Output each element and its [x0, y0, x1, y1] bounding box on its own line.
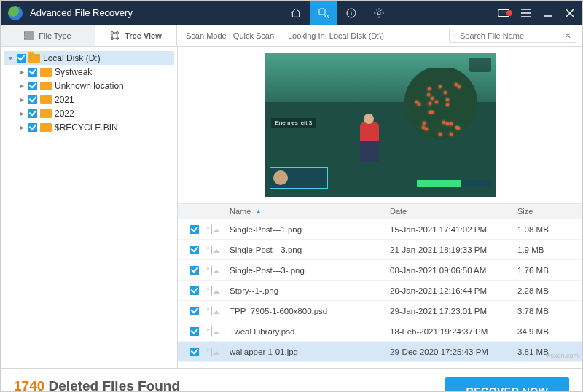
upgrade-button[interactable] — [495, 8, 514, 18]
cell-date: 21-Jan-2021 18:19:33 PM — [390, 246, 517, 254]
tree-item[interactable]: ▸Unknown location — [4, 79, 174, 93]
recover-button[interactable]: RECOVER NOW — [445, 377, 569, 392]
folder-icon — [40, 68, 52, 77]
main: ▾Local Disk (D:)▸Systweak▸Unknown locati… — [1, 47, 582, 368]
expand-icon[interactable]: ▸ — [18, 123, 26, 131]
footer-stats: 1740 Deleted Files Found Selected Files … — [14, 378, 233, 392]
tree-item[interactable]: ▾Local Disk (D:) — [4, 51, 174, 65]
row-checkbox[interactable] — [190, 307, 199, 315]
titlebar-center-icons — [282, 1, 393, 25]
menu-button[interactable] — [517, 9, 536, 17]
svg-point-12 — [454, 34, 455, 36]
table-row[interactable]: TPP_7905-1-600x800.psd29-Jan-2021 17:23:… — [178, 301, 582, 321]
cell-date: 18-Feb-2021 19:24:37 PM — [390, 327, 517, 336]
cell-size: 2.28 MB — [517, 286, 582, 295]
settings-button[interactable] — [365, 1, 393, 25]
image-file-icon — [211, 245, 212, 255]
row-checkbox[interactable] — [190, 286, 199, 295]
row-checkbox[interactable] — [190, 225, 199, 234]
minimize-button[interactable] — [539, 9, 557, 17]
expand-icon[interactable]: ▾ — [7, 54, 14, 62]
tree-checkbox[interactable] — [28, 82, 37, 90]
preview-area: Enemies left 3 — [178, 47, 582, 203]
image-file-icon — [211, 224, 212, 235]
row-checkbox[interactable] — [190, 348, 199, 356]
cell-size: 34.9 MB — [517, 327, 582, 336]
expand-icon[interactable]: ▸ — [18, 95, 26, 103]
folder-icon — [40, 82, 52, 90]
deleted-count-heading: 1740 Deleted Files Found — [14, 378, 233, 392]
col-size[interactable]: Size — [517, 207, 582, 216]
expand-icon[interactable]: ▸ — [18, 68, 26, 76]
tree-item-label: Systweak — [55, 67, 92, 77]
folder-icon — [40, 109, 52, 118]
sort-asc-icon: ▲ — [255, 208, 262, 215]
cell-date: 08-Jan-2021 09:06:50 AM — [390, 266, 517, 275]
preview-image: Enemies left 3 — [265, 53, 496, 197]
col-name[interactable]: Name▲ — [230, 207, 390, 216]
tree-item[interactable]: ▸$RECYCLE.BIN — [4, 120, 174, 134]
table-header: Name▲ Date Size — [178, 203, 582, 219]
tree-item[interactable]: ▸2021 — [4, 93, 174, 106]
cell-date: 29-Jan-2021 17:23:01 PM — [390, 307, 517, 315]
tree-item[interactable]: ▸2022 — [4, 106, 174, 120]
expand-icon[interactable]: ▸ — [18, 109, 26, 117]
tab-tree-view[interactable]: Tree View — [95, 25, 177, 46]
tree-checkbox[interactable] — [28, 95, 37, 104]
col-date[interactable]: Date — [390, 207, 517, 216]
cell-date: 15-Jan-2021 17:41:02 PM — [390, 225, 517, 234]
table-row[interactable]: Single-Post---3.png21-Jan-2021 18:19:33 … — [178, 240, 582, 260]
table-row[interactable]: Single-Post---3-.png08-Jan-2021 09:06:50… — [178, 260, 582, 281]
folder-icon — [28, 54, 40, 63]
table-row[interactable]: wallapper 1-01.jpg29-Dec-2020 17:25:43 P… — [178, 342, 582, 362]
image-file-icon — [211, 326, 212, 337]
cell-name: Single-Post---3.png — [230, 246, 390, 254]
svg-point-3 — [377, 12, 380, 15]
cell-date: 20-Jan-2021 12:16:44 PM — [390, 286, 517, 295]
cell-name: Story--1-.png — [230, 286, 390, 295]
search-clear-icon[interactable]: ✕ — [564, 31, 571, 41]
cell-name: Single-Post---1.png — [230, 225, 390, 234]
tree-item[interactable]: ▸Systweak — [4, 65, 174, 79]
content-panel: Enemies left 3 Name▲ Date Size Single-Po… — [178, 47, 582, 368]
tree-checkbox[interactable] — [28, 123, 37, 132]
window-controls — [495, 8, 582, 18]
row-checkbox[interactable] — [190, 266, 199, 275]
table-row[interactable]: Tweal Library.psd18-Feb-2021 19:24:37 PM… — [178, 321, 582, 342]
app-logo-icon — [8, 6, 23, 20]
table-body: Single-Post---1.png15-Jan-2021 17:41:02 … — [178, 219, 582, 362]
app-title: Advanced File Recovery — [30, 7, 133, 18]
tree-item-label: Local Disk (D:) — [43, 53, 101, 63]
footer: 1740 Deleted Files Found Selected Files … — [1, 368, 582, 392]
scan-info: Scan Mode : Quick Scan | Looking In: Loc… — [177, 25, 446, 46]
folder-icon — [40, 123, 52, 132]
tree-item-label: $RECYCLE.BIN — [55, 122, 118, 133]
tab-file-type[interactable]: File Type — [1, 25, 95, 46]
close-button[interactable] — [560, 9, 579, 17]
search-input[interactable] — [460, 31, 560, 40]
svg-rect-6 — [24, 35, 34, 36]
cell-size: 3.78 MB — [517, 307, 582, 315]
home-button[interactable] — [282, 1, 310, 25]
scan-button[interactable] — [310, 1, 337, 25]
row-checkbox[interactable] — [190, 246, 199, 254]
cell-size: 1.9 MB — [517, 246, 582, 254]
table-row[interactable]: Single-Post---1.png15-Jan-2021 17:41:02 … — [178, 219, 582, 240]
cell-name: Single-Post---3-.png — [230, 266, 390, 275]
preview-hud-text: Enemies left 3 — [271, 118, 317, 128]
tree-checkbox[interactable] — [28, 109, 37, 118]
image-file-icon — [211, 265, 212, 275]
row-checkbox[interactable] — [190, 327, 199, 336]
tree-panel: ▾Local Disk (D:)▸Systweak▸Unknown locati… — [1, 47, 178, 368]
info-button[interactable] — [337, 1, 365, 25]
svg-point-1 — [325, 15, 328, 17]
tree-checkbox[interactable] — [17, 54, 26, 63]
svg-rect-7 — [24, 38, 34, 39]
tab-file-type-label: File Type — [39, 31, 71, 40]
search-box[interactable]: ✕ — [449, 28, 576, 43]
table-row[interactable]: Story--1-.png20-Jan-2021 12:16:44 PM2.28… — [178, 281, 582, 301]
toolbar: File Type Tree View Scan Mode : Quick Sc… — [1, 25, 582, 47]
cell-name: wallapper 1-01.jpg — [230, 348, 390, 356]
tree-checkbox[interactable] — [28, 68, 37, 77]
expand-icon[interactable]: ▸ — [18, 82, 26, 90]
